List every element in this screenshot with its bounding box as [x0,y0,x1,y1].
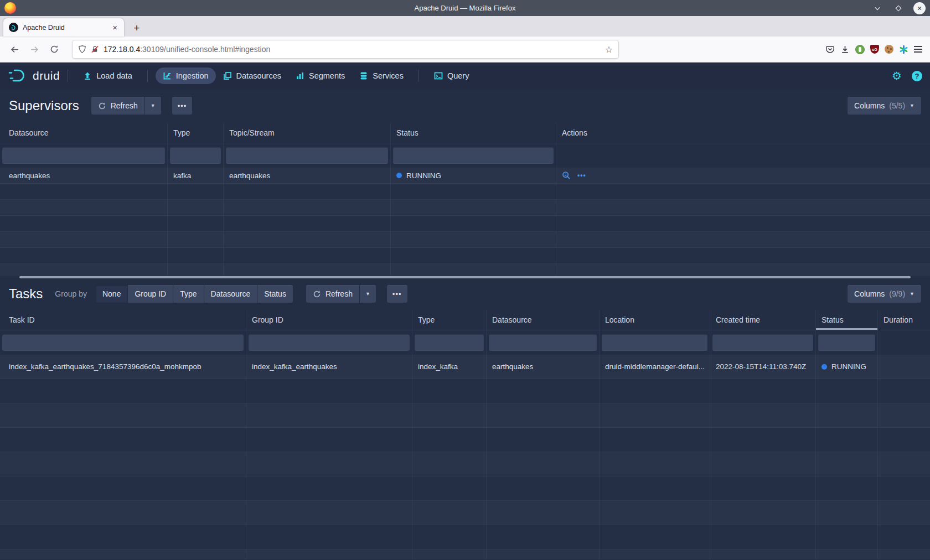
filter-topic-input[interactable] [226,147,388,164]
help-icon[interactable]: ? [912,71,922,81]
filter-type-input[interactable] [170,147,221,164]
window-close-button[interactable]: × [913,2,926,14]
new-tab-button[interactable]: + [128,20,145,37]
bookmark-star-icon[interactable]: ☆ [605,44,613,55]
back-button[interactable] [6,40,23,58]
column-header-datasource[interactable]: Datasource [0,122,168,143]
window-titlebar: Apache Druid — Mozilla Firefox × [0,0,930,16]
column-header-topic-stream[interactable]: Topic/Stream [224,122,391,143]
filter-task-id-input[interactable] [2,334,244,351]
supervisors-title: Supervisors [9,98,79,113]
ublock-origin-icon[interactable]: uO [870,45,879,54]
column-header-datasource[interactable]: Datasource [487,309,600,330]
supervisors-table-header: Datasource Type Topic/Stream Status Acti… [0,122,930,143]
column-header-status-sorted[interactable]: Status [816,309,878,330]
tab-title: Apache Druid [23,24,107,32]
column-header-type[interactable]: Type [412,309,487,330]
nav-item-load-data[interactable]: Load data [76,68,140,84]
inspect-magnifier-icon[interactable] [562,171,571,180]
nav-item-label: Query [447,71,469,80]
group-by-group-id-button[interactable]: Group ID [128,285,173,303]
filter-status-input[interactable] [393,147,554,164]
upload-arrow-icon [83,71,92,80]
tab-bar: Apache Druid × + [0,16,930,37]
tasks-more-button[interactable]: ••• [387,285,407,303]
empty-row [0,452,930,476]
cell-group-id: index_kafka_earthquakes [246,355,412,379]
pocket-icon[interactable] [825,45,835,54]
nav-item-ingestion[interactable]: Ingestion [156,68,216,84]
group-by-datasource-button[interactable]: Datasource [204,285,257,303]
filter-status-input[interactable] [818,334,875,351]
browser-tab[interactable]: Apache Druid × [3,18,124,37]
column-header-created-time[interactable]: Created time [710,309,816,330]
filter-group-id-input[interactable] [249,334,410,351]
group-by-status-button[interactable]: Status [257,285,293,303]
row-more-actions-icon[interactable]: ••• [577,172,586,179]
downloads-icon[interactable] [840,45,850,54]
column-header-group-id[interactable]: Group ID [246,309,412,330]
group-by-type-button[interactable]: Type [173,285,203,303]
lock-insecure-icon[interactable] [91,45,99,54]
nav-item-segments[interactable]: Segments [288,68,352,84]
cell-location: druid-middlemanager-defaul... [600,355,710,379]
window-minimize-button[interactable] [871,2,884,14]
chevron-down-icon: ▼ [151,103,156,108]
tasks-title: Tasks [9,286,43,302]
menu-hamburger-icon[interactable] [914,46,922,53]
supervisors-section: Supervisors Refresh ▼ ••• Columns (5/5) … [0,89,930,276]
cell-type: kafka [168,168,224,184]
filter-datasource-input[interactable] [489,334,597,351]
empty-row [0,216,930,232]
filter-location-input[interactable] [602,334,707,351]
cell-status: RUNNING [816,355,878,379]
cell-task-id: index_kafka_earthquakes_7184357396d6c0a_… [0,355,246,379]
columns-label: Columns [854,289,885,298]
cell-type: index_kafka [412,355,487,379]
column-header-status[interactable]: Status [391,122,556,143]
druid-brand[interactable]: druid [8,69,60,83]
nav-divider [147,70,148,82]
supervisors-columns-button[interactable]: Columns (5/5) ▼ [848,97,921,115]
column-header-type[interactable]: Type [168,122,224,143]
filter-type-input[interactable] [415,334,484,351]
refresh-label: Refresh [111,101,138,110]
supervisors-refresh-button[interactable]: Refresh [91,97,144,115]
extension-green-icon[interactable] [855,45,865,54]
empty-row [0,403,930,428]
tasks-refresh-caret-button[interactable]: ▼ [360,285,376,303]
nav-item-label: Datasources [236,71,281,80]
settings-gear-icon[interactable]: ⚙ [892,70,902,81]
ingestion-chart-icon [163,71,172,80]
nav-item-datasources[interactable]: Datasources [216,68,288,84]
supervisor-row[interactable]: earthquakes kafka earthquakes RUNNING ••… [0,168,930,184]
column-header-duration[interactable]: Duration [878,309,930,330]
cookie-extension-icon[interactable] [885,45,893,54]
group-by-none-button[interactable]: None [96,285,127,303]
tasks-columns-button[interactable]: Columns (9/9) ▼ [848,285,921,303]
column-header-task-id[interactable]: Task ID [0,309,246,330]
supervisors-refresh-caret-button[interactable]: ▼ [145,97,161,115]
nav-item-query[interactable]: Query [427,68,477,84]
task-row[interactable]: index_kafka_earthquakes_7184357396d6c0a_… [0,355,930,379]
url-bar[interactable]: 172.18.0.4:30109/unified-console.html#in… [72,40,619,59]
forward-button[interactable] [25,40,43,58]
supervisors-more-button[interactable]: ••• [172,97,193,115]
tab-close-icon[interactable]: × [111,23,118,32]
filter-created-time-input[interactable] [712,334,813,351]
empty-row [0,549,930,559]
status-text: RUNNING [831,362,866,371]
nav-item-services[interactable]: Services [352,68,411,84]
column-header-location[interactable]: Location [600,309,710,330]
shield-icon[interactable] [78,45,86,54]
reload-button[interactable] [45,40,63,58]
nav-item-label: Services [373,71,404,80]
cell-datasource: earthquakes [0,168,168,184]
window-maximize-button[interactable] [892,2,905,14]
nav-item-label: Load data [96,71,132,80]
extension-asterisk-icon[interactable] [899,45,908,54]
filter-datasource-input[interactable] [2,147,165,164]
tasks-refresh-button[interactable]: Refresh [306,285,359,303]
tasks-section: Tasks Group by None Group ID Type Dataso… [0,278,930,559]
druid-navbar: druid Load data Ingestion Datasources Se… [0,63,930,89]
